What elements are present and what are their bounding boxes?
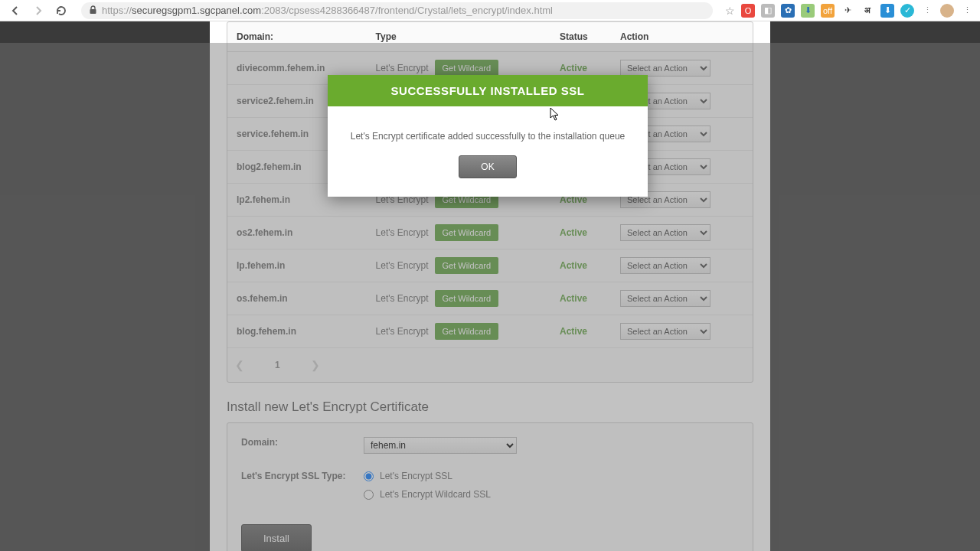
- extension-icons: O ◧ ✿ ⬇ off ✈ अ ⬇ ✓ ⋮ ⋮: [741, 4, 974, 18]
- ext-icon-9[interactable]: ✓: [900, 4, 914, 18]
- modal-ok-button[interactable]: OK: [459, 155, 516, 178]
- bookmark-star-icon[interactable]: ☆: [725, 5, 735, 17]
- ext-icon-2[interactable]: ◧: [761, 4, 775, 18]
- chrome-menu-icon[interactable]: ⋮: [960, 4, 974, 18]
- ext-icon-1[interactable]: O: [741, 4, 755, 18]
- ext-divider: ⋮: [920, 4, 934, 18]
- profile-avatar[interactable]: [940, 4, 954, 18]
- modal-title: SUCCESSFULLY INSTALLED SSL: [328, 75, 648, 106]
- ext-icon-5[interactable]: off: [821, 4, 835, 18]
- ext-icon-8[interactable]: ⬇: [880, 4, 894, 18]
- ext-icon-3[interactable]: ✿: [781, 4, 795, 18]
- success-modal: SUCCESSFULLY INSTALLED SSL Let's Encrypt…: [328, 75, 648, 197]
- ext-icon-4[interactable]: ⬇: [801, 4, 815, 18]
- modal-message: Let's Encrypt certificate added successf…: [328, 106, 648, 155]
- svg-rect-0: [90, 9, 96, 14]
- back-button[interactable]: [6, 2, 24, 20]
- url-text: https://securegsgpm1.sgcpanel.com:2083/c…: [102, 5, 553, 16]
- browser-toolbar: https://securegsgpm1.sgcpanel.com:2083/c…: [0, 0, 980, 21]
- lock-icon: [89, 5, 97, 16]
- ext-icon-7[interactable]: अ: [861, 4, 874, 18]
- reload-button[interactable]: [52, 2, 70, 20]
- forward-button[interactable]: [29, 2, 47, 20]
- ext-icon-6[interactable]: ✈: [841, 4, 854, 18]
- address-bar[interactable]: https://securegsgpm1.sgcpanel.com:2083/c…: [81, 2, 713, 19]
